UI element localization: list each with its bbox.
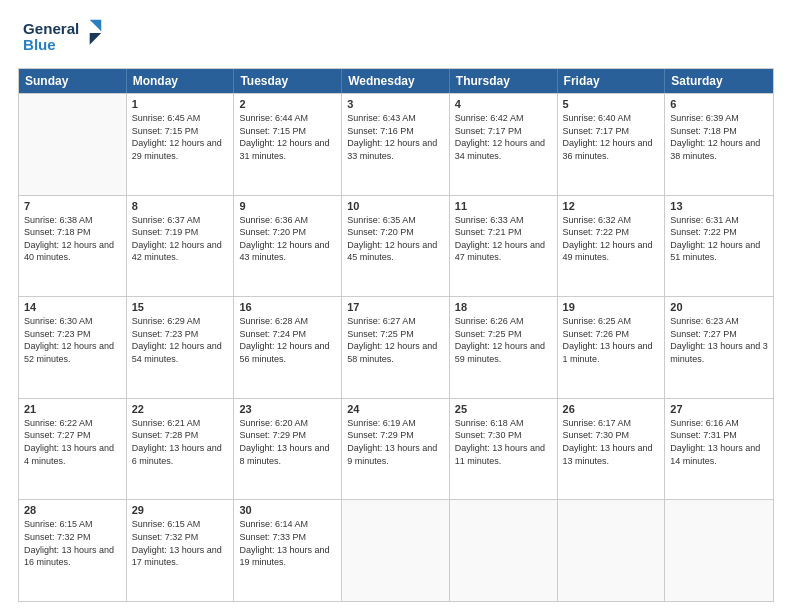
- empty-cell: [19, 94, 127, 195]
- header-day-sunday: Sunday: [19, 69, 127, 93]
- empty-cell: [342, 500, 450, 601]
- svg-text:Blue: Blue: [23, 36, 56, 53]
- calendar: SundayMondayTuesdayWednesdayThursdayFrid…: [18, 68, 774, 602]
- day-info: Sunrise: 6:18 AMSunset: 7:30 PMDaylight:…: [455, 417, 552, 467]
- day-cell-6: 6Sunrise: 6:39 AMSunset: 7:18 PMDaylight…: [665, 94, 773, 195]
- day-cell-22: 22Sunrise: 6:21 AMSunset: 7:28 PMDayligh…: [127, 399, 235, 500]
- logo-icon: GeneralBlue: [18, 18, 108, 58]
- day-cell-15: 15Sunrise: 6:29 AMSunset: 7:23 PMDayligh…: [127, 297, 235, 398]
- page: GeneralBlue SundayMondayTuesdayWednesday…: [0, 0, 792, 612]
- day-cell-9: 9Sunrise: 6:36 AMSunset: 7:20 PMDaylight…: [234, 196, 342, 297]
- day-info: Sunrise: 6:17 AMSunset: 7:30 PMDaylight:…: [563, 417, 660, 467]
- day-number: 17: [347, 301, 444, 313]
- day-number: 14: [24, 301, 121, 313]
- day-info: Sunrise: 6:30 AMSunset: 7:23 PMDaylight:…: [24, 315, 121, 365]
- calendar-week-5: 28Sunrise: 6:15 AMSunset: 7:32 PMDayligh…: [19, 499, 773, 601]
- day-number: 11: [455, 200, 552, 212]
- day-info: Sunrise: 6:36 AMSunset: 7:20 PMDaylight:…: [239, 214, 336, 264]
- day-cell-14: 14Sunrise: 6:30 AMSunset: 7:23 PMDayligh…: [19, 297, 127, 398]
- day-number: 28: [24, 504, 121, 516]
- day-info: Sunrise: 6:21 AMSunset: 7:28 PMDaylight:…: [132, 417, 229, 467]
- day-cell-23: 23Sunrise: 6:20 AMSunset: 7:29 PMDayligh…: [234, 399, 342, 500]
- day-number: 12: [563, 200, 660, 212]
- day-cell-17: 17Sunrise: 6:27 AMSunset: 7:25 PMDayligh…: [342, 297, 450, 398]
- header-day-monday: Monday: [127, 69, 235, 93]
- day-number: 23: [239, 403, 336, 415]
- day-info: Sunrise: 6:28 AMSunset: 7:24 PMDaylight:…: [239, 315, 336, 365]
- day-number: 2: [239, 98, 336, 110]
- day-cell-1: 1Sunrise: 6:45 AMSunset: 7:15 PMDaylight…: [127, 94, 235, 195]
- empty-cell: [665, 500, 773, 601]
- day-number: 24: [347, 403, 444, 415]
- day-info: Sunrise: 6:40 AMSunset: 7:17 PMDaylight:…: [563, 112, 660, 162]
- day-number: 5: [563, 98, 660, 110]
- day-cell-4: 4Sunrise: 6:42 AMSunset: 7:17 PMDaylight…: [450, 94, 558, 195]
- day-number: 18: [455, 301, 552, 313]
- day-number: 15: [132, 301, 229, 313]
- day-info: Sunrise: 6:26 AMSunset: 7:25 PMDaylight:…: [455, 315, 552, 365]
- day-info: Sunrise: 6:43 AMSunset: 7:16 PMDaylight:…: [347, 112, 444, 162]
- day-info: Sunrise: 6:45 AMSunset: 7:15 PMDaylight:…: [132, 112, 229, 162]
- day-info: Sunrise: 6:33 AMSunset: 7:21 PMDaylight:…: [455, 214, 552, 264]
- calendar-week-2: 7Sunrise: 6:38 AMSunset: 7:18 PMDaylight…: [19, 195, 773, 297]
- day-number: 4: [455, 98, 552, 110]
- header-day-wednesday: Wednesday: [342, 69, 450, 93]
- day-cell-5: 5Sunrise: 6:40 AMSunset: 7:17 PMDaylight…: [558, 94, 666, 195]
- header: GeneralBlue: [18, 18, 774, 58]
- day-cell-27: 27Sunrise: 6:16 AMSunset: 7:31 PMDayligh…: [665, 399, 773, 500]
- day-number: 1: [132, 98, 229, 110]
- day-number: 27: [670, 403, 768, 415]
- day-info: Sunrise: 6:29 AMSunset: 7:23 PMDaylight:…: [132, 315, 229, 365]
- calendar-week-3: 14Sunrise: 6:30 AMSunset: 7:23 PMDayligh…: [19, 296, 773, 398]
- day-info: Sunrise: 6:25 AMSunset: 7:26 PMDaylight:…: [563, 315, 660, 365]
- day-cell-16: 16Sunrise: 6:28 AMSunset: 7:24 PMDayligh…: [234, 297, 342, 398]
- day-cell-26: 26Sunrise: 6:17 AMSunset: 7:30 PMDayligh…: [558, 399, 666, 500]
- day-info: Sunrise: 6:19 AMSunset: 7:29 PMDaylight:…: [347, 417, 444, 467]
- empty-cell: [558, 500, 666, 601]
- day-info: Sunrise: 6:14 AMSunset: 7:33 PMDaylight:…: [239, 518, 336, 568]
- day-info: Sunrise: 6:37 AMSunset: 7:19 PMDaylight:…: [132, 214, 229, 264]
- header-day-thursday: Thursday: [450, 69, 558, 93]
- day-info: Sunrise: 6:39 AMSunset: 7:18 PMDaylight:…: [670, 112, 768, 162]
- day-cell-13: 13Sunrise: 6:31 AMSunset: 7:22 PMDayligh…: [665, 196, 773, 297]
- day-info: Sunrise: 6:44 AMSunset: 7:15 PMDaylight:…: [239, 112, 336, 162]
- calendar-body: 1Sunrise: 6:45 AMSunset: 7:15 PMDaylight…: [19, 93, 773, 601]
- day-number: 30: [239, 504, 336, 516]
- logo: GeneralBlue: [18, 18, 110, 58]
- day-info: Sunrise: 6:38 AMSunset: 7:18 PMDaylight:…: [24, 214, 121, 264]
- day-cell-28: 28Sunrise: 6:15 AMSunset: 7:32 PMDayligh…: [19, 500, 127, 601]
- day-number: 26: [563, 403, 660, 415]
- day-info: Sunrise: 6:15 AMSunset: 7:32 PMDaylight:…: [132, 518, 229, 568]
- day-number: 6: [670, 98, 768, 110]
- calendar-week-4: 21Sunrise: 6:22 AMSunset: 7:27 PMDayligh…: [19, 398, 773, 500]
- day-info: Sunrise: 6:15 AMSunset: 7:32 PMDaylight:…: [24, 518, 121, 568]
- day-cell-2: 2Sunrise: 6:44 AMSunset: 7:15 PMDaylight…: [234, 94, 342, 195]
- day-cell-10: 10Sunrise: 6:35 AMSunset: 7:20 PMDayligh…: [342, 196, 450, 297]
- header-day-tuesday: Tuesday: [234, 69, 342, 93]
- day-number: 21: [24, 403, 121, 415]
- svg-marker-3: [90, 33, 102, 45]
- day-number: 13: [670, 200, 768, 212]
- day-info: Sunrise: 6:27 AMSunset: 7:25 PMDaylight:…: [347, 315, 444, 365]
- day-number: 9: [239, 200, 336, 212]
- day-cell-24: 24Sunrise: 6:19 AMSunset: 7:29 PMDayligh…: [342, 399, 450, 500]
- day-cell-11: 11Sunrise: 6:33 AMSunset: 7:21 PMDayligh…: [450, 196, 558, 297]
- calendar-header-row: SundayMondayTuesdayWednesdayThursdayFrid…: [19, 69, 773, 93]
- day-cell-25: 25Sunrise: 6:18 AMSunset: 7:30 PMDayligh…: [450, 399, 558, 500]
- day-cell-30: 30Sunrise: 6:14 AMSunset: 7:33 PMDayligh…: [234, 500, 342, 601]
- day-info: Sunrise: 6:23 AMSunset: 7:27 PMDaylight:…: [670, 315, 768, 365]
- svg-marker-2: [90, 20, 102, 32]
- day-number: 20: [670, 301, 768, 313]
- calendar-week-1: 1Sunrise: 6:45 AMSunset: 7:15 PMDaylight…: [19, 93, 773, 195]
- day-info: Sunrise: 6:35 AMSunset: 7:20 PMDaylight:…: [347, 214, 444, 264]
- day-info: Sunrise: 6:42 AMSunset: 7:17 PMDaylight:…: [455, 112, 552, 162]
- day-number: 7: [24, 200, 121, 212]
- day-number: 16: [239, 301, 336, 313]
- day-number: 22: [132, 403, 229, 415]
- day-cell-7: 7Sunrise: 6:38 AMSunset: 7:18 PMDaylight…: [19, 196, 127, 297]
- empty-cell: [450, 500, 558, 601]
- day-cell-3: 3Sunrise: 6:43 AMSunset: 7:16 PMDaylight…: [342, 94, 450, 195]
- day-info: Sunrise: 6:32 AMSunset: 7:22 PMDaylight:…: [563, 214, 660, 264]
- day-cell-19: 19Sunrise: 6:25 AMSunset: 7:26 PMDayligh…: [558, 297, 666, 398]
- day-info: Sunrise: 6:31 AMSunset: 7:22 PMDaylight:…: [670, 214, 768, 264]
